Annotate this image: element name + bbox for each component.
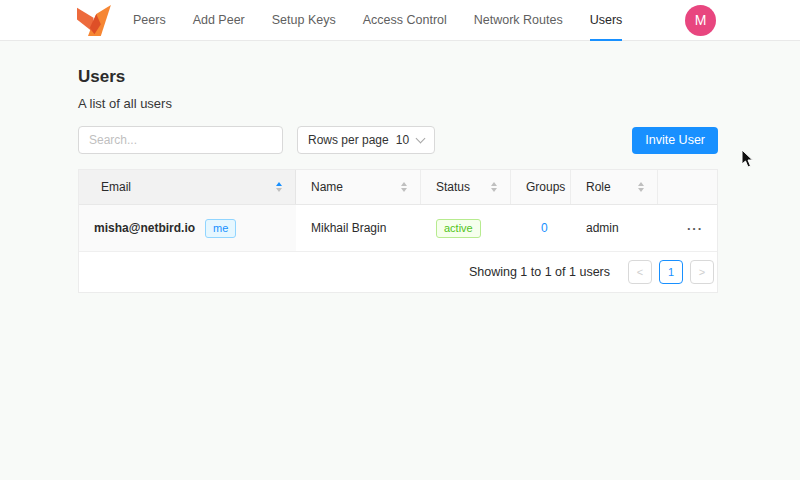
- rows-per-page-label: Rows per page: [308, 133, 389, 147]
- users-table: Email Name Status Groups: [78, 169, 718, 293]
- netbird-logo-icon[interactable]: [75, 4, 112, 37]
- toolbar: Rows per page 10 Invite User: [78, 126, 718, 154]
- row-actions-menu-icon[interactable]: ···: [687, 221, 703, 236]
- rows-per-page-select[interactable]: Rows per page 10: [297, 126, 435, 154]
- cell-groups: 0: [511, 205, 571, 251]
- user-name: Mikhail Bragin: [311, 221, 386, 235]
- table-header-row: Email Name Status Groups: [79, 170, 717, 205]
- sort-icon: [638, 182, 644, 192]
- column-header-role[interactable]: Role: [571, 170, 658, 204]
- column-label: Role: [586, 180, 611, 194]
- page-subtitle: A list of all users: [78, 96, 718, 111]
- user-avatar[interactable]: M: [685, 5, 716, 36]
- sort-icon: [491, 182, 497, 192]
- pagination-summary: Showing 1 to 1 of 1 users: [469, 265, 610, 279]
- column-label: Groups: [526, 180, 565, 194]
- cell-email: misha@netbird.io me: [79, 205, 296, 251]
- cell-role: admin: [571, 205, 658, 251]
- nav-item-peers[interactable]: Peers: [133, 0, 166, 41]
- nav-item-setup-keys[interactable]: Setup Keys: [272, 0, 336, 41]
- me-badge: me: [205, 219, 236, 238]
- column-header-name[interactable]: Name: [296, 170, 421, 204]
- sort-icon: [401, 182, 407, 192]
- column-label: Name: [311, 180, 343, 194]
- sort-icon: [276, 182, 282, 192]
- page-title: Users: [78, 41, 718, 87]
- user-email: misha@netbird.io: [94, 221, 195, 235]
- search-input[interactable]: [78, 126, 283, 154]
- rows-per-page-value: 10: [396, 133, 409, 147]
- user-role: admin: [586, 221, 619, 235]
- top-navbar: Peers Add Peer Setup Keys Access Control…: [0, 0, 800, 41]
- nav-item-access-control[interactable]: Access Control: [363, 0, 447, 41]
- cell-status: active: [421, 205, 511, 251]
- nav-item-users[interactable]: Users: [590, 0, 623, 41]
- mouse-cursor: [741, 149, 754, 168]
- column-header-groups: Groups: [511, 170, 571, 204]
- column-header-actions: [658, 170, 717, 204]
- nav-item-network-routes[interactable]: Network Routes: [474, 0, 563, 41]
- column-header-status[interactable]: Status: [421, 170, 511, 204]
- table-footer: Showing 1 to 1 of 1 users < 1 >: [79, 252, 717, 292]
- chevron-down-icon: [416, 133, 426, 143]
- column-label: Email: [101, 180, 131, 194]
- table-row: misha@netbird.io me Mikhail Bragin activ…: [79, 205, 717, 252]
- column-label: Status: [436, 180, 470, 194]
- cell-name: Mikhail Bragin: [296, 205, 421, 251]
- nav-item-add-peer[interactable]: Add Peer: [193, 0, 245, 41]
- column-header-email[interactable]: Email: [79, 170, 296, 204]
- pagination-prev-button[interactable]: <: [628, 260, 652, 284]
- groups-count-link[interactable]: 0: [541, 221, 548, 235]
- invite-user-button[interactable]: Invite User: [632, 127, 718, 154]
- main-content: Users A list of all users Rows per page …: [78, 41, 718, 293]
- cell-actions: ···: [658, 205, 717, 251]
- pagination-page-1-button[interactable]: 1: [659, 260, 683, 284]
- status-badge: active: [436, 219, 481, 238]
- pagination-next-button[interactable]: >: [690, 260, 714, 284]
